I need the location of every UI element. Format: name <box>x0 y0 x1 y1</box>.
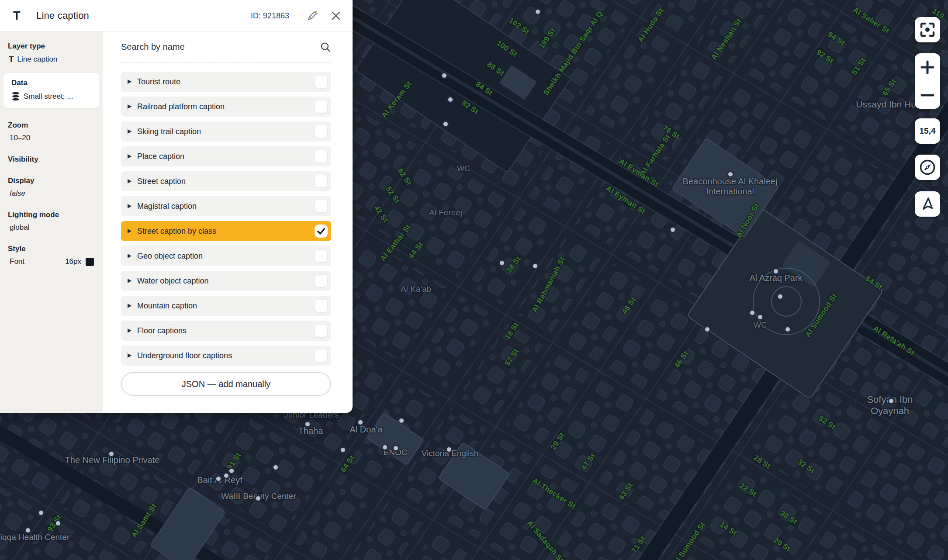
poi-marker <box>447 96 454 103</box>
zoom-in-button[interactable] <box>915 53 940 81</box>
poi-marker <box>24 527 31 534</box>
sidebar-item-zoom[interactable]: Zoom 10–20 <box>0 121 103 142</box>
style-font-size: 16px <box>65 257 81 266</box>
expand-triangle-icon[interactable] <box>128 279 131 283</box>
expand-triangle-icon[interactable] <box>128 154 131 159</box>
expand-triangle-icon[interactable] <box>128 80 131 84</box>
plus-icon <box>920 60 935 75</box>
poi-marker <box>784 326 791 333</box>
expand-triangle-icon[interactable] <box>128 353 131 358</box>
expand-triangle-icon[interactable] <box>128 179 131 183</box>
layer-list-item[interactable]: Tourist route <box>121 72 331 92</box>
layer-list-item-label: Railroad platform caption <box>137 102 225 111</box>
poi-marker <box>215 475 222 482</box>
poi-marker <box>339 446 346 453</box>
sidebar-item-visibility[interactable]: Visibility <box>0 155 103 164</box>
poi-marker <box>108 450 115 457</box>
edit-button[interactable] <box>307 10 318 21</box>
layer-type-label: Layer type <box>0 42 103 51</box>
layer-list-item[interactable]: Floor captions <box>121 321 331 341</box>
layer-list-item-label: Tourist route <box>137 77 180 86</box>
panel-header: T Line caption ID: 921863 <box>0 0 353 31</box>
poi-marker <box>772 268 779 275</box>
sidebar-item-lighting-mode[interactable]: Lighting mode global <box>0 211 103 232</box>
layer-list-item[interactable]: Street caption by class <box>121 221 331 241</box>
layer-checkbox[interactable] <box>315 249 328 263</box>
layer-list-item[interactable]: Geo object caption <box>121 246 331 266</box>
layer-list-item[interactable]: Magistral caption <box>121 196 331 216</box>
layer-checkbox[interactable] <box>315 274 328 287</box>
search-input[interactable] <box>121 42 320 52</box>
layer-checkbox[interactable] <box>315 75 328 88</box>
poi-marker <box>446 446 453 453</box>
style-label: Style <box>0 245 103 253</box>
layer-list-item[interactable]: Mountain caption <box>121 296 331 316</box>
style-font-label: Font <box>10 257 24 266</box>
fullscreen-button[interactable] <box>915 17 940 42</box>
layer-checkbox[interactable] <box>315 150 328 163</box>
display-label: Display <box>0 176 103 185</box>
poi-marker <box>498 259 505 266</box>
layer-checkbox[interactable] <box>315 125 328 138</box>
poi-marker <box>304 421 311 428</box>
minus-icon <box>920 88 935 103</box>
layer-list-item-label: Underground floor captions <box>137 351 232 360</box>
expand-triangle-icon[interactable] <box>128 204 131 208</box>
layer-checkbox[interactable] <box>315 100 328 113</box>
layer-checkbox[interactable] <box>315 349 328 362</box>
layer-type-icon: T <box>13 9 26 23</box>
search-bar <box>121 31 331 63</box>
checkmark-icon <box>315 225 328 238</box>
poi-marker <box>272 464 279 471</box>
close-icon <box>331 10 341 21</box>
layer-list-item-label: Geo object caption <box>137 252 203 261</box>
json-add-manually-button[interactable]: JSON — add manually <box>121 372 331 396</box>
layer-list-item[interactable]: Railroad platform caption <box>121 97 331 117</box>
pencil-icon <box>307 10 318 21</box>
layer-checkbox[interactable] <box>315 299 328 312</box>
layer-checkbox[interactable] <box>315 324 328 337</box>
expand-triangle-icon[interactable] <box>128 254 131 258</box>
sidebar-item-style[interactable]: Style Font 16px <box>0 245 103 266</box>
expand-triangle-icon[interactable] <box>128 328 131 333</box>
search-icon[interactable] <box>320 41 331 53</box>
expand-triangle-icon[interactable] <box>128 129 131 134</box>
layer-checkbox[interactable] <box>315 175 328 188</box>
app-root: Al Keram St102 St100 St88 St84 St82 St19… <box>0 0 948 560</box>
poi-marker <box>532 263 539 270</box>
layer-id: ID: 921863 <box>251 11 289 21</box>
expand-triangle-icon[interactable] <box>128 104 131 109</box>
poi-marker <box>441 72 448 79</box>
layer-list-item[interactable]: Water object caption <box>121 271 331 291</box>
layer-list-item[interactable]: Underground floor captions <box>121 346 331 366</box>
layer-list-pane: Tourist routeRailroad platform captionSk… <box>103 31 353 413</box>
layer-list-item[interactable]: Skiing trail caption <box>121 121 331 142</box>
display-value: false <box>0 189 103 198</box>
poi-marker <box>255 495 262 502</box>
font-color-swatch[interactable] <box>86 258 94 266</box>
poi-marker <box>38 509 45 516</box>
poi-marker <box>55 520 62 527</box>
sidebar-item-data[interactable]: Data Small street; ... <box>3 73 99 108</box>
layer-checkbox[interactable] <box>315 225 328 238</box>
layer-list-item[interactable]: Street caption <box>121 171 331 191</box>
poi-marker <box>442 121 449 128</box>
compass-icon <box>919 159 936 176</box>
sidebar-item-layer-type[interactable]: Layer type T Line caption <box>0 42 103 64</box>
layer-list-item-label: Mountain caption <box>137 301 197 311</box>
zoom-out-button[interactable] <box>915 81 940 109</box>
expand-triangle-icon[interactable] <box>128 304 131 308</box>
locate-button[interactable] <box>915 191 940 217</box>
layer-checkbox[interactable] <box>315 200 328 213</box>
poi-marker <box>777 293 784 300</box>
sidebar-item-display[interactable]: Display false <box>0 176 103 198</box>
expand-triangle-icon[interactable] <box>128 229 131 233</box>
close-button[interactable] <box>331 10 341 21</box>
compass-button[interactable] <box>915 155 940 180</box>
visibility-label: Visibility <box>0 155 103 164</box>
layer-list-item[interactable]: Place caption <box>121 146 331 166</box>
layer-list-item-label: Place caption <box>137 152 184 161</box>
poi-marker <box>704 326 711 333</box>
layer-panel: T Line caption ID: 921863 <box>0 0 353 413</box>
poi-marker <box>357 419 364 426</box>
